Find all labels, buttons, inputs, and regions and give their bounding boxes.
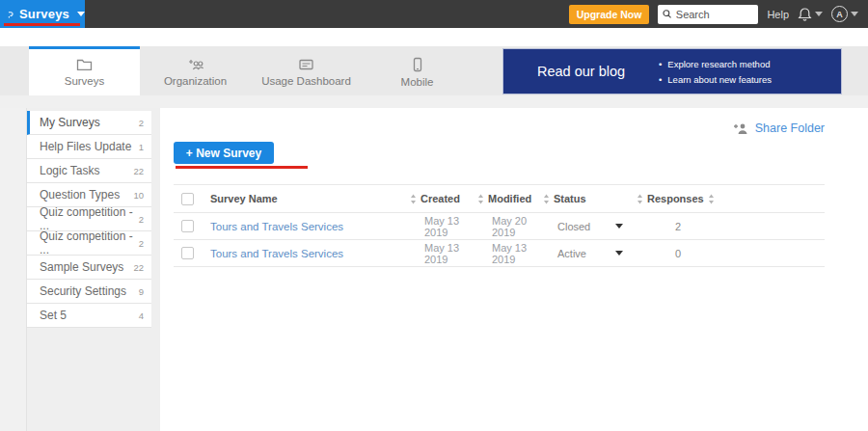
sidebar-item-question-types[interactable]: Question Types 10 xyxy=(27,183,151,207)
status-value: Active xyxy=(557,248,586,259)
status-value: Closed xyxy=(557,221,590,232)
column-survey-name[interactable]: Survey Name xyxy=(210,193,410,204)
new-survey-button[interactable]: + New Survey xyxy=(174,142,274,164)
tab-usage-dashboard[interactable]: Usage Dashboard xyxy=(251,46,362,95)
tab-mobile[interactable]: Mobile xyxy=(362,46,473,95)
folder-icon xyxy=(76,58,93,71)
sidebar-item-security-settings[interactable]: Security Settings 9 xyxy=(27,280,151,304)
annotation-underline-brand xyxy=(4,23,80,26)
folder-label: Security Settings xyxy=(40,284,126,298)
column-created[interactable]: Created xyxy=(410,193,477,204)
status-cell: Active xyxy=(543,248,637,259)
responses-count[interactable]: 2 xyxy=(637,221,743,232)
sort-icon[interactable] xyxy=(477,194,484,204)
column-modified[interactable]: Modified xyxy=(477,193,543,204)
folder-label: My Surveys xyxy=(40,116,100,129)
survey-name-link[interactable]: Tours and Travels Services xyxy=(210,221,343,232)
responses-count[interactable]: 0 xyxy=(637,248,743,259)
folder-count: 4 xyxy=(139,310,144,321)
folder-count: 22 xyxy=(133,166,144,176)
notifications-menu[interactable] xyxy=(798,7,823,22)
sidebar-item-my-surveys[interactable]: My Surveys 2 xyxy=(27,111,151,135)
tab-label: Surveys xyxy=(65,75,105,87)
sidebar-item-sample-surveys[interactable]: Sample Surveys 22 xyxy=(27,256,151,280)
folder-label: Set 5 xyxy=(40,309,67,322)
created-date: May 13 2019 xyxy=(410,242,477,265)
annotation-underline-new-survey xyxy=(176,166,308,169)
search-icon xyxy=(663,9,671,19)
folders-sidebar: My Surveys 2 Help Files Update 1 Logic T… xyxy=(27,108,160,431)
upgrade-now-button[interactable]: Upgrade Now xyxy=(569,5,650,24)
sort-icon[interactable] xyxy=(708,194,715,204)
sort-icon[interactable] xyxy=(543,194,550,204)
column-label: Created xyxy=(420,193,460,204)
search-box[interactable] xyxy=(658,5,758,24)
modified-date: May 13 2019 xyxy=(477,242,543,265)
surveys-content: Share Folder + New Survey Survey Name Cr… xyxy=(160,108,868,431)
mobile-icon xyxy=(412,57,423,72)
column-status[interactable]: Status xyxy=(543,193,637,204)
folder-label: Sample Surveys xyxy=(40,260,123,274)
app-window: Surveys Upgrade Now Help xyxy=(0,0,868,431)
status-cell: Closed xyxy=(543,221,637,232)
sidebar-item-quiz-competition-1[interactable]: Quiz competition - ... 2 xyxy=(27,207,151,231)
column-responses[interactable]: Responses xyxy=(637,193,743,204)
folder-count: 1 xyxy=(139,142,144,152)
folder-label: Help Files Update xyxy=(40,140,131,153)
tab-organization[interactable]: Organization xyxy=(140,46,251,95)
blog-banner[interactable]: Read our blog Explore research method Le… xyxy=(502,48,842,94)
folder-count: 2 xyxy=(139,238,144,249)
search-input[interactable] xyxy=(676,9,754,20)
column-label: Status xyxy=(554,193,586,204)
top-bar: Surveys Upgrade Now Help xyxy=(0,0,868,28)
status-dropdown-icon[interactable] xyxy=(615,224,623,229)
product-name: Surveys xyxy=(19,7,69,21)
folder-label: Quiz competition - ... xyxy=(40,229,139,256)
created-date: May 13 2019 xyxy=(410,215,477,238)
table-row: Tours and Travels Services May 13 2019 M… xyxy=(174,213,825,240)
share-folder-link[interactable]: Share Folder xyxy=(733,121,825,135)
blog-banner-title: Read our blog xyxy=(503,64,659,79)
help-link[interactable]: Help xyxy=(767,9,789,20)
topbar-actions: Upgrade Now Help A xyxy=(569,5,868,24)
folder-count: 2 xyxy=(139,214,144,225)
bell-icon xyxy=(798,7,812,22)
row-checkbox[interactable] xyxy=(181,220,194,232)
sidebar-item-logic-tasks[interactable]: Logic Tasks 22 xyxy=(27,159,151,183)
row-checkbox[interactable] xyxy=(181,247,194,259)
select-all-checkbox[interactable] xyxy=(181,193,194,205)
share-folder-label: Share Folder xyxy=(755,121,825,135)
tab-surveys[interactable]: Surveys xyxy=(29,46,140,95)
avatar: A xyxy=(831,6,848,22)
blog-banner-bullets: Explore research method Learn about new … xyxy=(659,59,772,85)
tab-label: Organization xyxy=(164,75,227,87)
survey-name-link[interactable]: Tours and Travels Services xyxy=(210,248,343,259)
status-dropdown-icon[interactable] xyxy=(615,251,623,256)
surveys-table: Survey Name Created Modified Status xyxy=(174,184,825,267)
folder-count: 9 xyxy=(139,286,144,297)
left-gutter xyxy=(0,108,27,431)
proprofs-logo-icon xyxy=(8,5,14,24)
column-label: Responses xyxy=(647,193,704,204)
folder-label: Question Types xyxy=(40,188,120,202)
chevron-down-icon xyxy=(77,12,85,16)
main-tabs: Surveys Organization Usage Dashboard M xyxy=(0,46,868,95)
person-add-icon xyxy=(733,122,748,135)
sidebar-item-help-files-update[interactable]: Help Files Update 1 xyxy=(27,135,151,159)
sidebar-item-set-5[interactable]: Set 5 4 xyxy=(27,304,151,328)
column-label: Modified xyxy=(488,193,531,204)
sort-icon[interactable] xyxy=(637,194,643,204)
account-menu[interactable]: A xyxy=(831,6,858,22)
folder-label: Quiz competition - ... xyxy=(40,205,139,232)
sort-icon[interactable] xyxy=(410,194,417,204)
blog-banner-bullet: Learn about new features xyxy=(659,74,772,85)
folder-count: 22 xyxy=(133,262,144,273)
chevron-down-icon xyxy=(815,12,823,16)
chevron-down-icon xyxy=(851,12,858,16)
modified-date: May 20 2019 xyxy=(477,215,543,238)
new-survey-area: + New Survey xyxy=(174,142,274,164)
page-body: My Surveys 2 Help Files Update 1 Logic T… xyxy=(0,108,868,431)
tab-label: Usage Dashboard xyxy=(261,75,351,87)
people-add-icon xyxy=(187,58,204,71)
sidebar-item-quiz-competition-2[interactable]: Quiz competition - ... 2 xyxy=(27,231,151,256)
